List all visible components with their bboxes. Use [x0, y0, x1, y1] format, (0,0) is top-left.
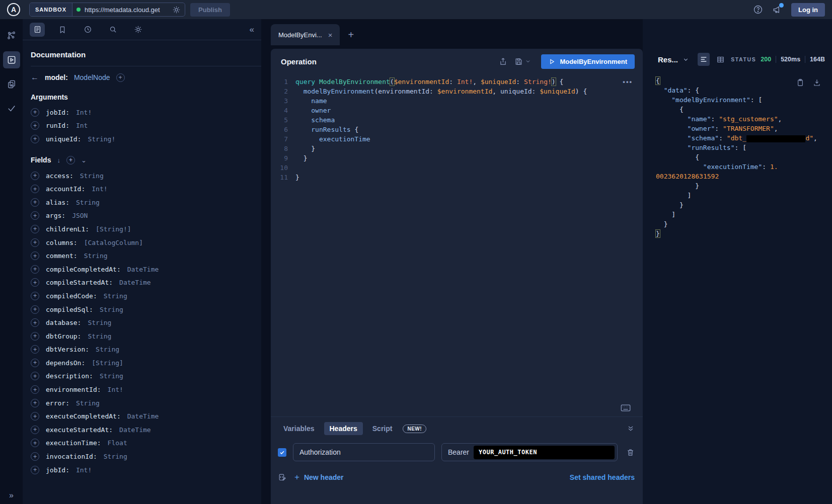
operation-tab[interactable]: ModelByEnvi... × — [271, 24, 340, 45]
add-to-query-icon[interactable]: + — [31, 238, 39, 247]
expand-rail-icon[interactable]: » — [0, 491, 23, 500]
pretty-view-icon[interactable] — [698, 53, 710, 66]
field-row[interactable]: +alias:String — [31, 196, 253, 209]
field-type[interactable]: Int — [76, 122, 88, 129]
add-to-query-icon[interactable]: + — [31, 108, 39, 117]
field-row[interactable]: +childrenL1:[String!] — [31, 222, 253, 236]
field-type[interactable]: String — [104, 453, 127, 460]
field-row[interactable]: +executeStartedAt:DateTime — [31, 423, 253, 437]
set-shared-headers-link[interactable]: Set shared headers — [570, 473, 635, 481]
tab-headers[interactable]: Headers — [324, 422, 363, 435]
header-enabled-checkbox[interactable] — [278, 448, 286, 457]
field-type[interactable]: String — [88, 319, 111, 326]
field-type[interactable]: [String!] — [96, 225, 131, 233]
add-to-query-icon[interactable]: + — [31, 225, 39, 233]
field-row[interactable]: +environmentId:Int! — [31, 383, 253, 396]
field-row[interactable]: +jobId:Int! — [31, 463, 253, 477]
share-operation-icon[interactable] — [499, 57, 507, 66]
add-to-query-icon[interactable]: + — [31, 211, 39, 220]
new-tab-icon[interactable]: + — [348, 29, 354, 41]
add-to-query-icon[interactable]: + — [31, 345, 39, 354]
field-row[interactable]: +compiledCode:String — [31, 289, 253, 303]
add-to-query-icon[interactable]: + — [31, 305, 39, 314]
field-row[interactable]: +uniqueId:String! — [31, 132, 253, 146]
apollo-logo[interactable]: A — [7, 3, 20, 16]
field-type[interactable]: Int! — [76, 466, 92, 474]
field-row[interactable]: +executeCompletedAt:DateTime — [31, 409, 253, 423]
add-to-query-icon[interactable]: + — [31, 399, 39, 407]
field-row[interactable]: +args:JSON — [31, 209, 253, 223]
collections-icon[interactable] — [3, 75, 20, 93]
publish-button[interactable]: Publish — [190, 3, 230, 17]
table-view-icon[interactable] — [714, 53, 726, 66]
field-row[interactable]: +accountId:Int! — [31, 182, 253, 196]
field-type[interactable]: JSON — [72, 212, 88, 219]
field-row[interactable]: +description:String — [31, 370, 253, 383]
field-row[interactable]: +compileCompletedAt:DateTime — [31, 263, 253, 276]
sort-fields-icon[interactable]: ↓ — [57, 156, 60, 164]
field-type[interactable]: String — [80, 172, 104, 180]
field-type[interactable]: DateTime — [127, 266, 159, 273]
login-button[interactable]: Log in — [791, 3, 825, 17]
fields-options-chevron-icon[interactable]: ⌄ — [81, 156, 87, 164]
field-row[interactable]: +runId:Int — [31, 119, 253, 133]
editor-menu-dots-icon[interactable]: ••• — [623, 78, 633, 86]
field-type[interactable]: String! — [88, 135, 115, 143]
new-header-button[interactable]: + New header — [294, 472, 344, 482]
run-operation-button[interactable]: ModelByEnvironment — [541, 54, 635, 69]
field-type[interactable]: String — [100, 372, 123, 380]
operation-editor[interactable]: 1query ModelByEnvironment($environmentId… — [271, 74, 643, 399]
field-row[interactable]: +comment:String — [31, 249, 253, 263]
field-row[interactable]: +compileStartedAt:DateTime — [31, 276, 253, 290]
settings-gear-icon[interactable] — [130, 23, 145, 37]
endpoint-url-box[interactable]: https://metadata.cloud.get — [72, 3, 185, 16]
add-to-query-icon[interactable]: + — [31, 426, 39, 434]
add-to-query-icon[interactable]: + — [31, 318, 39, 327]
field-type[interactable]: String — [100, 306, 123, 313]
copy-response-icon[interactable] — [796, 78, 804, 87]
explorer-icon[interactable] — [3, 51, 20, 68]
back-arrow-icon[interactable]: ← — [31, 73, 39, 82]
field-type[interactable]: String — [88, 332, 111, 340]
field-type[interactable]: DateTime — [127, 412, 159, 420]
add-type-icon[interactable]: + — [116, 73, 125, 82]
endpoint-url-input[interactable]: https://metadata.cloud.get — [85, 6, 168, 14]
field-type[interactable]: Int! — [92, 185, 107, 193]
field-row[interactable]: +executionTime:Float — [31, 437, 253, 450]
header-key-input[interactable] — [293, 443, 435, 461]
field-row[interactable]: +dependsOn:[String] — [31, 356, 253, 370]
add-to-query-icon[interactable]: + — [31, 452, 39, 461]
add-all-fields-icon[interactable]: + — [66, 156, 75, 164]
add-to-query-icon[interactable]: + — [31, 292, 39, 300]
add-to-query-icon[interactable]: + — [31, 251, 39, 260]
tab-variables[interactable]: Variables — [278, 422, 320, 435]
add-to-query-icon[interactable]: + — [31, 198, 39, 207]
field-row[interactable]: +jobId:Int! — [31, 106, 253, 119]
add-to-query-icon[interactable]: + — [31, 466, 39, 474]
field-type[interactable]: String — [96, 346, 119, 353]
field-type[interactable]: Int! — [108, 386, 123, 393]
add-to-query-icon[interactable]: + — [31, 439, 39, 447]
add-to-query-icon[interactable]: + — [31, 385, 39, 394]
field-type[interactable]: String — [104, 292, 127, 300]
field-row[interactable]: +invocationId:String — [31, 450, 253, 463]
field-type[interactable]: DateTime — [119, 279, 151, 286]
schema-graph-icon[interactable] — [3, 27, 20, 44]
add-to-query-icon[interactable]: + — [31, 278, 39, 287]
collapse-docs-icon[interactable]: « — [250, 25, 254, 35]
field-row[interactable]: +error:String — [31, 396, 253, 410]
documentation-tab-icon[interactable] — [30, 23, 45, 37]
field-type[interactable]: String — [84, 252, 108, 260]
field-type[interactable]: [String] — [92, 359, 123, 367]
breadcrumb-type-link[interactable]: ModelNode — [74, 73, 110, 81]
field-type[interactable]: String — [76, 199, 100, 206]
help-icon[interactable] — [753, 5, 763, 15]
endpoint-settings-gear-icon[interactable] — [172, 6, 181, 14]
add-to-query-icon[interactable]: + — [31, 332, 39, 341]
add-to-query-icon[interactable]: + — [31, 412, 39, 421]
field-row[interactable]: +database:String — [31, 316, 253, 329]
edit-as-json-icon[interactable] — [278, 473, 286, 482]
collapse-secondary-icon[interactable] — [627, 425, 635, 433]
field-type[interactable]: Int! — [76, 109, 92, 116]
field-row[interactable]: +compiledSql:String — [31, 303, 253, 316]
